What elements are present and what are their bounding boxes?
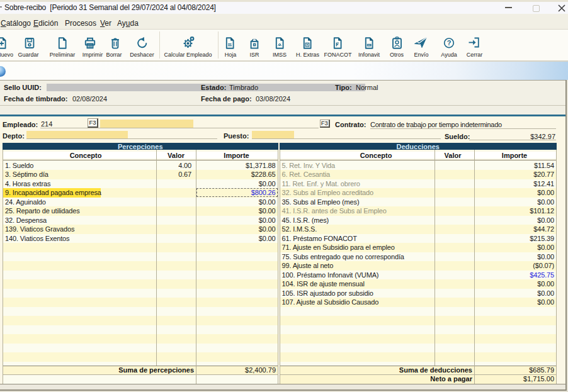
svg-text:?: ?: [446, 39, 451, 47]
